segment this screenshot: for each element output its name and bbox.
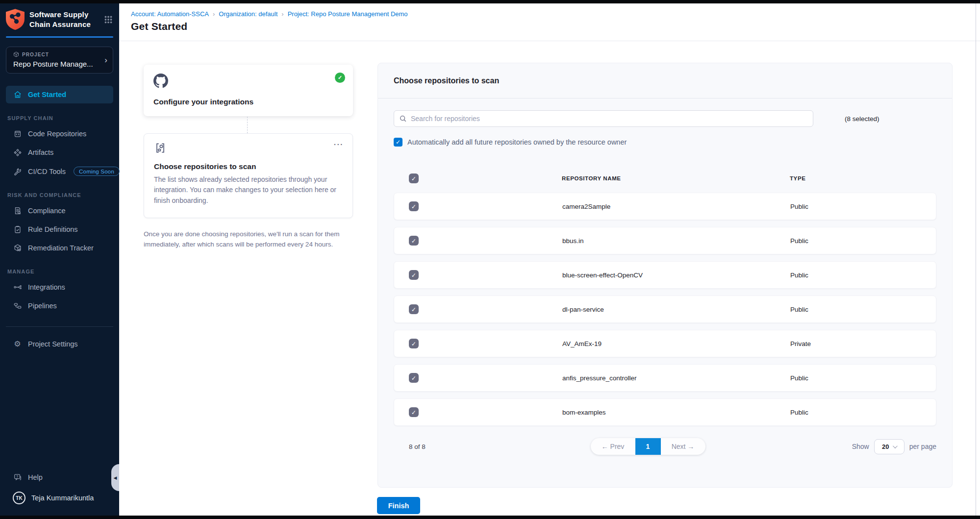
prev-page-button[interactable]: ← Prev (591, 443, 635, 450)
table-row[interactable]: ✓ anfis_pressure_controller Public (394, 364, 936, 392)
sidebar-item-integrations[interactable]: Integrations (6, 278, 113, 296)
ssca-shield-logo-icon (6, 9, 25, 30)
repository-search[interactable] (394, 110, 813, 127)
row-checkbox[interactable]: ✓ (409, 407, 419, 417)
step-title: Choose repositories to scan (154, 162, 343, 171)
module-grid-icon[interactable] (103, 15, 113, 25)
chevron-right-icon: › (104, 55, 107, 65)
module-accent-rule (6, 36, 113, 38)
auto-add-checkbox[interactable]: ✓ (394, 138, 402, 147)
sidebar-item-compliance[interactable]: Compliance (6, 202, 113, 220)
table-row[interactable]: ✓ dl-pan-service Public (394, 296, 936, 323)
page-size-select[interactable]: 20 (874, 439, 905, 454)
table-row[interactable]: ✓ AV_AmEx-19 Private (394, 330, 936, 357)
selected-count: (8 selected) (845, 115, 879, 123)
column-header-repository-name: REPOSITORY NAME (562, 175, 621, 181)
repository-name: AV_AmEx-19 (562, 340, 602, 347)
sidebar-divider (6, 326, 113, 327)
sidebar-item-label: CI/CD Tools (28, 168, 66, 175)
sidebar-item-cicd-tools[interactable]: CI/CD Tools Coming Soon (6, 162, 113, 180)
section-label-manage: MANAGE (7, 269, 113, 274)
repository-type: Public (790, 306, 808, 313)
sidebar-item-label: Project Settings (28, 340, 78, 348)
page-title: Get Started (131, 21, 980, 32)
row-checkbox[interactable]: ✓ (409, 270, 419, 280)
sidebar-item-code-repositories[interactable]: Code Repositories (6, 125, 113, 143)
next-page-button[interactable]: Next → (661, 443, 705, 450)
integrations-icon (13, 283, 22, 292)
column-header-type: TYPE (790, 175, 805, 181)
pager: ← Prev 1 Next → (591, 438, 705, 455)
repositories-panel: Choose repositories to scan (8 selected) (377, 63, 953, 488)
sidebar-item-label: Integrations (28, 283, 65, 291)
svg-text:?: ? (16, 475, 18, 478)
breadcrumb-project[interactable]: Project: Repo Posture Management Demo (288, 10, 408, 18)
coming-soon-badge: Coming Soon (74, 167, 120, 176)
card-menu-ellipsis-icon[interactable]: ··· (334, 141, 344, 148)
breadcrumb-organization[interactable]: Organization: default (219, 10, 277, 18)
remediation-cube-icon (13, 244, 22, 252)
sidebar-item-pipelines[interactable]: Pipelines (6, 297, 113, 315)
window-bottom-edge (0, 516, 980, 519)
sidebar-item-label: Remediation Tracker (28, 244, 94, 252)
gear-icon: ⚙ (13, 339, 22, 348)
select-all-checkbox[interactable]: ✓ (409, 173, 419, 183)
repository-type: Public (790, 237, 808, 245)
clipboard-check-icon (13, 225, 22, 234)
row-checkbox[interactable]: ✓ (409, 304, 419, 314)
row-checkbox[interactable]: ✓ (409, 339, 419, 348)
avatar: TK (13, 492, 25, 504)
table-row[interactable]: ✓ camera2Sample Public (394, 193, 936, 220)
sidebar-item-project-settings[interactable]: ⚙ Project Settings (6, 335, 113, 353)
repository-name: bom-examples (562, 409, 606, 416)
page-1-button[interactable]: 1 (635, 438, 661, 455)
finish-button[interactable]: Finish (377, 497, 420, 514)
repository-type: Public (790, 203, 808, 210)
project-selector[interactable]: PROJECT Repo Posture Manage... › (6, 47, 113, 74)
repository-type: Public (790, 409, 808, 416)
user-name: Teja Kummarikuntla (31, 494, 94, 502)
sidebar-item-label: Code Repositories (28, 130, 86, 138)
compliance-doc-icon (13, 206, 22, 215)
sidebar-item-artifacts[interactable]: Artifacts (6, 144, 113, 161)
step-description: The list shows already selected reposito… (154, 174, 343, 206)
repository-name: anfis_pressure_controller (562, 374, 637, 382)
step-title: Configure your integrations (153, 98, 253, 106)
github-icon (153, 74, 343, 88)
pipelines-icon (13, 301, 22, 310)
sidebar-item-remediation-tracker[interactable]: Remediation Tracker (6, 239, 113, 257)
auto-add-row[interactable]: ✓ Automatically add all future repositor… (394, 138, 936, 147)
row-checkbox[interactable]: ✓ (409, 236, 419, 246)
row-checkbox[interactable]: ✓ (409, 201, 419, 211)
app-window: Software Supply Chain Assurance (0, 0, 980, 519)
repository-name: blue-screen-effect-OpenCV (562, 272, 643, 279)
user-profile[interactable]: TK Teja Kummarikuntla (6, 487, 113, 509)
sidebar-item-get-started[interactable]: Get Started (6, 86, 113, 103)
step-card-choose-repositories[interactable]: ··· Choose repositories to scan The list… (144, 133, 353, 218)
step-card-configure-integrations[interactable]: ✓ Configure your integrations (144, 65, 353, 116)
row-checkbox[interactable]: ✓ (409, 373, 419, 383)
table-row[interactable]: ✓ bbus.in Public (394, 227, 936, 254)
table-row[interactable]: ✓ bom-examples Public (394, 398, 936, 426)
search-input[interactable] (411, 115, 808, 123)
code-repositories-icon (13, 129, 22, 138)
per-page-label: per page (909, 443, 936, 450)
app-title: Software Supply Chain Assurance (29, 10, 99, 29)
repository-name: camera2Sample (562, 203, 610, 210)
sidebar-item-label: Help (28, 473, 43, 481)
sidebar-collapse-handle[interactable]: ◀ (111, 464, 119, 491)
window-right-edge (976, 3, 976, 516)
repository-type: Public (790, 272, 808, 279)
section-label-risk-compliance: RISK AND COMPLIANCE (7, 192, 113, 198)
sidebar-item-help[interactable]: ? Help (6, 469, 113, 486)
sidebar-item-rule-definitions[interactable]: Rule Definitions (6, 221, 113, 238)
breadcrumb: Account: Automation-SSCA › Organization:… (131, 10, 980, 18)
choose-repositories-icon (154, 142, 343, 154)
content-area: Account: Automation-SSCA › Organization:… (119, 3, 980, 516)
repository-type: Public (790, 374, 808, 382)
window-top-edge (0, 0, 980, 3)
repository-name: dl-pan-service (562, 306, 604, 313)
sidebar: Software Supply Chain Assurance (0, 3, 119, 516)
table-row[interactable]: ✓ blue-screen-effect-OpenCV Public (394, 261, 936, 289)
breadcrumb-account[interactable]: Account: Automation-SSCA (131, 10, 209, 18)
